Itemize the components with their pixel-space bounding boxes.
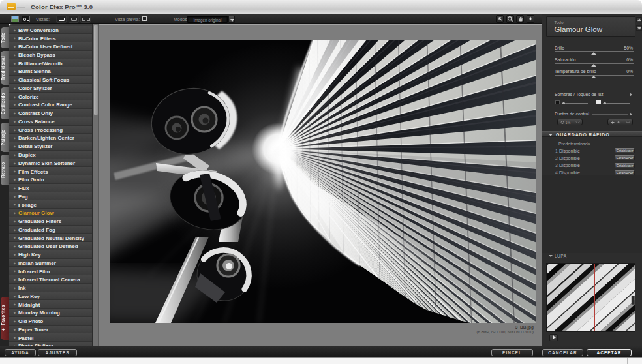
- svg-text:1%: 1%: [565, 121, 570, 125]
